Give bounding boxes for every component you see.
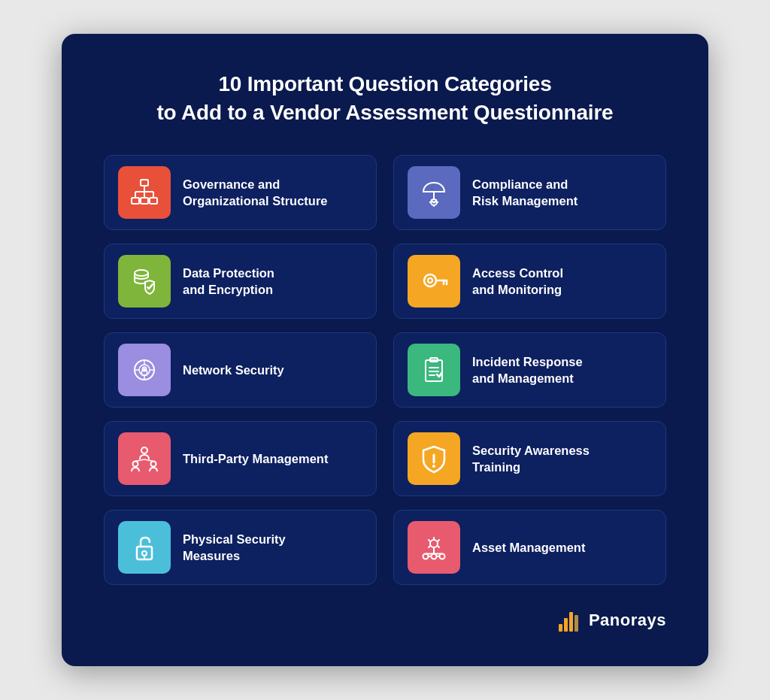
security-awareness-icon bbox=[408, 432, 460, 485]
svg-line-40 bbox=[135, 459, 144, 462]
svg-point-43 bbox=[432, 465, 435, 468]
main-card: 10 Important Question Categories to Add … bbox=[62, 34, 708, 667]
svg-point-37 bbox=[141, 447, 147, 453]
third-party-label: Third-Party Management bbox=[183, 450, 328, 468]
list-item: Governance andOrganizational Structure bbox=[104, 155, 377, 230]
svg-point-39 bbox=[151, 462, 156, 467]
governance-label: Governance andOrganizational Structure bbox=[183, 176, 328, 211]
svg-point-47 bbox=[430, 540, 438, 547]
svg-rect-0 bbox=[141, 180, 148, 186]
security-awareness-label: Security AwarenessTraining bbox=[472, 442, 590, 477]
data-protection-label: Data Protectionand Encryption bbox=[183, 265, 274, 299]
list-item: Physical SecurityMeasures bbox=[104, 510, 377, 585]
physical-security-icon bbox=[118, 521, 171, 574]
list-item: Compliance andRisk Management bbox=[393, 155, 666, 230]
list-item: Data Protectionand Encryption bbox=[104, 244, 377, 319]
asset-management-icon bbox=[408, 521, 460, 574]
svg-point-16 bbox=[135, 270, 148, 276]
svg-rect-2 bbox=[141, 198, 148, 204]
svg-line-41 bbox=[144, 459, 153, 462]
list-item: Incident Responseand Management bbox=[393, 332, 666, 408]
svg-point-20 bbox=[428, 278, 432, 283]
page-title: 10 Important Question Categories to Add … bbox=[104, 70, 666, 127]
svg-rect-61 bbox=[569, 612, 573, 632]
svg-rect-1 bbox=[132, 198, 139, 204]
third-party-icon bbox=[118, 432, 171, 485]
incident-response-label: Incident Responseand Management bbox=[472, 353, 583, 388]
list-item: Network Security bbox=[104, 332, 377, 408]
physical-security-label: Physical SecurityMeasures bbox=[183, 531, 286, 565]
list-item: Third-Party Management bbox=[104, 421, 377, 496]
svg-rect-59 bbox=[559, 624, 562, 632]
network-security-icon bbox=[118, 344, 171, 396]
svg-point-38 bbox=[133, 462, 138, 467]
compliance-icon bbox=[408, 166, 460, 219]
asset-management-label: Asset Management bbox=[472, 539, 585, 556]
governance-icon bbox=[118, 166, 171, 219]
network-security-label: Network Security bbox=[183, 362, 284, 379]
items-grid: Governance andOrganizational Structure C… bbox=[104, 155, 666, 585]
svg-rect-62 bbox=[574, 615, 578, 632]
compliance-label: Compliance andRisk Management bbox=[472, 176, 578, 211]
list-item: Asset Management bbox=[393, 510, 666, 585]
logo-icon bbox=[556, 608, 581, 633]
list-item: Security AwarenessTraining bbox=[393, 421, 666, 496]
svg-point-11 bbox=[433, 202, 435, 204]
svg-rect-3 bbox=[150, 198, 157, 204]
list-item: Access Controland Monitoring bbox=[393, 244, 666, 319]
svg-point-50 bbox=[440, 554, 445, 559]
logo-text: Panorays bbox=[589, 611, 666, 630]
svg-point-19 bbox=[424, 274, 436, 286]
svg-point-48 bbox=[423, 554, 429, 559]
incident-response-icon bbox=[408, 344, 460, 396]
access-control-label: Access Controland Monitoring bbox=[472, 265, 563, 299]
access-control-icon bbox=[408, 255, 460, 308]
data-protection-icon bbox=[118, 255, 171, 308]
footer: Panorays bbox=[104, 608, 666, 633]
svg-rect-60 bbox=[564, 618, 568, 632]
svg-point-49 bbox=[432, 554, 437, 559]
